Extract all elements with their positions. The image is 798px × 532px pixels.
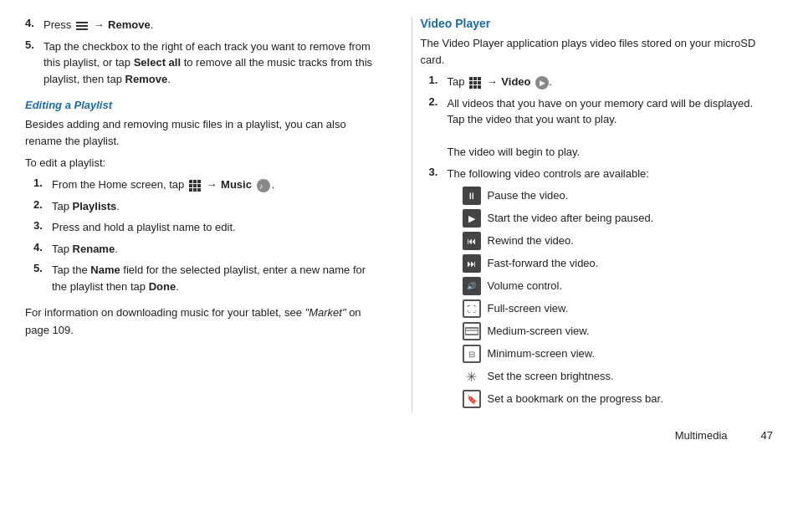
minimum-icon: ⊟: [463, 345, 481, 363]
footer-page: 47: [761, 429, 773, 442]
step-4: 4. Press → Remove.: [25, 17, 378, 33]
ff-label: Fast-forward the video.: [488, 254, 599, 271]
editing-playlist-title: Editing a Playlist: [25, 99, 378, 111]
ctrl-volume: 🔊 Volume control.: [463, 277, 774, 295]
step-5: 5. Tap the checkbox to the right of each…: [25, 38, 378, 88]
step-4-num: 4.: [25, 17, 38, 33]
fullscreen-label: Full-screen view.: [488, 299, 569, 316]
step-4-text: Press → Remove.: [43, 17, 378, 33]
pause-label: Pause the video.: [488, 187, 569, 203]
editing-body1: Besides adding and removing music files …: [25, 116, 378, 150]
play-label: Start the video after being paused.: [488, 209, 654, 226]
svg-rect-0: [465, 328, 478, 335]
bookmark-icon: 🔖: [463, 390, 481, 408]
right-column: Video Player The Video Player applicatio…: [412, 17, 774, 412]
brightness-icon: ✳: [463, 367, 481, 386]
bookmark-label: Set a bookmark on the progress bar.: [488, 390, 663, 407]
step-5-num: 5.: [25, 38, 38, 88]
video-player-title: Video Player: [421, 17, 774, 30]
medium-screen-svg: [465, 325, 478, 338]
pause-icon: ⏸: [463, 187, 481, 205]
ctrl-brightness: ✳ Set the screen brightness.: [463, 367, 774, 386]
rewind-icon: ⏮: [463, 232, 481, 250]
ctrl-play: ▶ Start the video after being paused.: [463, 209, 774, 228]
ctrl-pause: ⏸ Pause the video.: [463, 187, 774, 205]
vp-step-1: 1. Tap → Video ▶.: [429, 74, 774, 90]
grid-icon-1: [189, 180, 201, 192]
menu-icon: [76, 22, 88, 30]
music-icon: [257, 179, 270, 192]
step4-remove: Remove: [108, 18, 151, 31]
edit-step-4: 4. Tap Rename.: [33, 241, 378, 258]
brightness-label: Set the screen brightness.: [488, 367, 614, 384]
ctrl-medium: Medium-screen view.: [463, 322, 774, 340]
ctrl-ff: ⏭ Fast-forward the video.: [463, 254, 774, 273]
controls-list: ⏸ Pause the video. ▶ Start the video aft…: [437, 187, 774, 408]
vp-step-2: 2. All videos that you have on your memo…: [429, 95, 774, 161]
video-player-body: The Video Player application plays video…: [421, 35, 774, 69]
medium-label: Medium-screen view.: [488, 322, 590, 339]
arrow1: →: [93, 18, 104, 31]
ctrl-bookmark: 🔖 Set a bookmark on the progress bar.: [463, 390, 774, 408]
step-5-text: Tap the checkbox to the right of each tr…: [43, 38, 378, 88]
footer-section: Multimedia: [675, 429, 728, 442]
edit-step-2: 2. Tap Playlists.: [33, 198, 378, 215]
left-column: 4. Press → Remove. 5. Tap the checkbox t…: [25, 17, 386, 412]
fastforward-icon: ⏭: [463, 254, 481, 273]
video-app-icon: ▶: [535, 76, 549, 90]
page-footer: Multimedia 47: [25, 429, 773, 442]
editing-body2: To edit a playlist:: [25, 155, 378, 171]
medium-icon: [463, 322, 481, 340]
edit-steps-list: 1. From the Home screen, tap → Music .: [33, 176, 378, 294]
ctrl-fullscreen: ⛶ Full-screen view.: [463, 299, 774, 318]
grid-icon-2: [469, 77, 481, 89]
edit-step-1: 1. From the Home screen, tap → Music .: [33, 176, 378, 193]
ctrl-minimum: ⊟ Minimum-screen view.: [463, 345, 774, 363]
play-icon: ▶: [463, 209, 481, 228]
edit-step-5: 5. Tap the Name field for the selected p…: [33, 262, 378, 294]
rewind-label: Rewind the video.: [488, 232, 574, 248]
vp-step-3: 3. The following video controls are avai…: [429, 166, 774, 182]
fullscreen-icon: ⛶: [463, 299, 481, 318]
step4-press: Press: [43, 18, 71, 31]
volume-label: Volume control.: [488, 277, 563, 294]
edit-step-3: 3. Press and hold a playlist name to edi…: [33, 219, 378, 236]
volume-icon: 🔊: [463, 277, 481, 295]
minimum-label: Minimum-screen view.: [488, 345, 596, 361]
ctrl-rewind: ⏮ Rewind the video.: [463, 232, 774, 250]
footer-note: For information on downloading music for…: [25, 304, 378, 338]
